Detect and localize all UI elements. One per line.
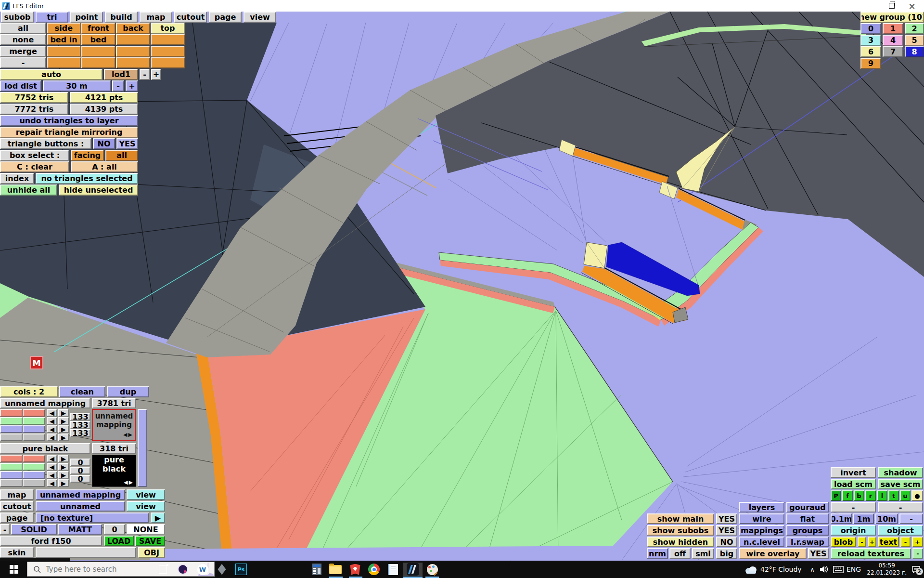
grid-bed[interactable]: bed (81, 34, 116, 45)
object-button[interactable]: object (878, 525, 923, 536)
color-swatch[interactable] (23, 409, 45, 417)
color-swatch[interactable] (0, 425, 23, 433)
menu-map[interactable]: map (140, 12, 172, 23)
color-swatch[interactable] (23, 479, 45, 487)
lrswap-button[interactable]: l.r.swap (786, 537, 829, 547)
grid-1m-button[interactable]: 1m (853, 513, 874, 524)
cols-button[interactable]: cols : 2 (0, 386, 58, 397)
mapping-value[interactable]: 133 (70, 413, 90, 420)
skin-value[interactable] (36, 547, 136, 558)
shadow-button[interactable]: shadow (878, 467, 923, 478)
swatch-next-button[interactable]: ▶ (58, 463, 69, 471)
load-scm-button[interactable]: load scm (831, 479, 876, 489)
dash-button[interactable]: - (831, 502, 876, 512)
gouraud-button[interactable]: gouraud (786, 502, 829, 512)
group-4[interactable]: 4 (883, 35, 903, 46)
menu-point[interactable]: point (70, 12, 103, 23)
color-swatch[interactable] (23, 463, 45, 471)
nrm-button[interactable]: nrm (647, 548, 668, 559)
notification-button[interactable]: 2 (909, 563, 923, 576)
swatch-next-button[interactable]: ▶ (58, 417, 69, 425)
calculator-button[interactable] (310, 563, 323, 576)
menu-build[interactable]: build (105, 12, 138, 23)
shading-minus[interactable]: - (0, 524, 10, 535)
flat-button[interactable]: flat (786, 513, 829, 524)
model-name[interactable]: ford f150 (0, 536, 102, 546)
swatch-prev-button[interactable]: ◀ (47, 463, 57, 471)
color-swatch[interactable] (23, 471, 45, 479)
zero-value[interactable]: 0 (104, 524, 125, 535)
lfs-editor-button-active[interactable] (403, 563, 423, 576)
blob-plus[interactable]: + (868, 537, 876, 547)
color-swatch[interactable] (0, 434, 23, 441)
triangle-buttons-yes[interactable]: YES (116, 138, 138, 149)
swatch-prev-button[interactable]: ◀ (47, 479, 57, 487)
group-6[interactable]: 6 (860, 46, 881, 57)
group-5[interactable]: 5 (905, 35, 924, 46)
invert-button[interactable]: invert (831, 467, 876, 478)
flag-f[interactable]: f (842, 490, 853, 501)
grid-off-button[interactable]: - (899, 513, 923, 524)
grid-empty-cell[interactable] (116, 34, 150, 45)
weather-button[interactable] (743, 563, 758, 576)
w-app-button[interactable]: W (196, 563, 209, 576)
mapping-value[interactable]: 133 (70, 429, 90, 437)
lod-plus-button[interactable]: + (151, 69, 161, 80)
chrome-button[interactable] (367, 563, 381, 576)
grid-empty-cell[interactable] (151, 34, 185, 45)
repair-mirroring-button[interactable]: repair triangle mirroring (0, 127, 138, 138)
photoshop-button[interactable]: Ps (234, 563, 248, 576)
color-swatch[interactable] (0, 455, 23, 462)
menu-tri[interactable]: tri (36, 12, 68, 23)
show-main-value[interactable]: YES (716, 513, 737, 524)
auto-button[interactable]: auto (0, 69, 103, 80)
grid-empty-cell[interactable] (151, 57, 185, 68)
swatch-prev-button[interactable]: ◀ (47, 409, 57, 417)
wire-overlay-value[interactable]: YES (808, 548, 829, 559)
wire-button[interactable]: wire (739, 513, 784, 524)
blob-button[interactable]: blob (831, 537, 856, 547)
color-swatch[interactable] (23, 434, 45, 441)
nclevel-button[interactable]: n.c.level (739, 537, 784, 547)
none-button[interactable]: NONE (127, 524, 165, 535)
language-indicator[interactable]: ENG (845, 563, 862, 576)
task-view-button[interactable] (156, 563, 169, 576)
show-subobs-label[interactable]: show subobs (647, 525, 714, 536)
group-7[interactable]: 7 (883, 46, 903, 57)
grid-empty-cell[interactable] (81, 46, 116, 57)
box-select-all[interactable]: all (105, 150, 138, 161)
lod-minus-button[interactable]: - (140, 69, 150, 80)
lod-dist-minus[interactable]: - (112, 80, 124, 92)
show-hidden-value[interactable]: NO (716, 537, 737, 547)
matt-button[interactable]: MATT (58, 524, 102, 535)
start-button[interactable] (7, 563, 21, 576)
mappings-button[interactable]: mappings (739, 525, 784, 536)
color-swatch[interactable] (0, 463, 23, 471)
notepad-button[interactable] (385, 563, 400, 576)
swatch-prev-button[interactable]: ◀ (47, 434, 57, 441)
skin-button[interactable]: skin (0, 547, 34, 558)
flag-l[interactable]: l (877, 490, 887, 501)
dash-button[interactable]: - (878, 502, 923, 512)
reload-textures-button[interactable]: reload textures (831, 548, 911, 559)
page-next-button[interactable]: ▶ (151, 512, 165, 523)
grid-empty-cell[interactable] (81, 57, 116, 68)
swatch-next-button[interactable]: ▶ (58, 409, 69, 417)
grid-back[interactable]: back (116, 23, 150, 34)
cutout-view-button[interactable]: view (127, 501, 165, 512)
flag-dot[interactable]: ● (911, 490, 923, 501)
load-button[interactable]: LOAD (104, 536, 134, 546)
obj-button[interactable]: OBJ (138, 547, 165, 558)
grid-none[interactable]: none (0, 34, 46, 45)
material-value[interactable]: 0 (70, 467, 90, 474)
flag-b[interactable]: b (854, 490, 864, 501)
c-clear-button[interactable]: C : clear (0, 161, 69, 172)
grid-bed-in[interactable]: bed in (47, 34, 81, 45)
group-1[interactable]: 1 (883, 23, 903, 34)
group-0[interactable]: 0 (860, 23, 881, 34)
music-app-button[interactable] (176, 563, 190, 576)
reload-minus[interactable]: - (912, 548, 923, 559)
menu-subob[interactable]: subob (1, 12, 34, 23)
grid-front[interactable]: front (81, 23, 116, 34)
text-minus[interactable]: - (900, 537, 911, 547)
